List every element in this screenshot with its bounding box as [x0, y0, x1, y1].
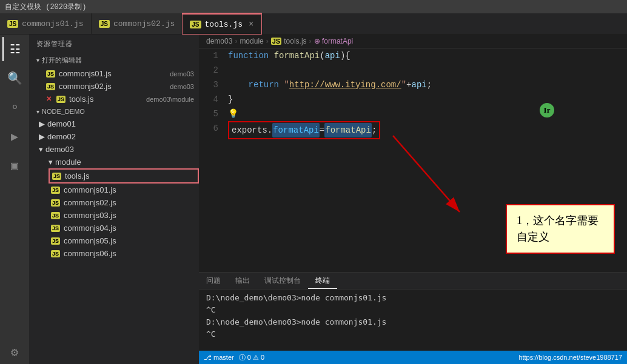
tab-commonjs01[interactable]: JS commonjs01.js: [0, 13, 92, 34]
file-commonjs02[interactable]: JS commonjs02.js: [39, 196, 199, 209]
tab-commonjs02-label: commonjs02.js: [113, 19, 175, 28]
file-name: commonjs01.js: [64, 185, 116, 194]
open-editor-commonjs01[interactable]: JS commonjs01.js demo03: [34, 67, 199, 80]
search-icon[interactable]: 🔍: [2, 66, 27, 90]
js-icon: JS: [190, 21, 201, 28]
terminal-line-2: ^C: [206, 304, 620, 316]
file-path: demo03: [170, 83, 194, 90]
tab-debug-console-label: 调试控制台: [264, 276, 301, 286]
js-icon: JS: [7, 20, 18, 28]
close-tab-icon[interactable]: ×: [249, 19, 253, 29]
status-bar: ⎇ master Ⓘ 0 ⚠ 0 https://blog.csdn.net/s…: [199, 351, 627, 364]
text-cursor-indicator: Ir: [540, 103, 554, 117]
file-commonjs06[interactable]: JS commonjs06.js: [39, 247, 199, 260]
chevron-down-icon: ▾: [49, 157, 53, 167]
code-line-2: [228, 63, 622, 78]
status-right: https://blog.csdn.net/steve1988717: [518, 354, 622, 361]
tab-output[interactable]: 输出: [228, 273, 257, 289]
tab-terminal-label: 终端: [315, 276, 330, 286]
git-icon[interactable]: ⚬: [2, 95, 27, 119]
folder-demo03[interactable]: ▾ demo03: [29, 143, 199, 156]
open-editors-label: 打开的编辑器: [42, 56, 82, 65]
tab-terminal[interactable]: 终端: [308, 273, 337, 289]
open-editor-toolsjs[interactable]: ✕ JS tools.js demo03\module: [34, 93, 199, 105]
folder-label: module: [55, 157, 81, 167]
chevron-down-icon: ▾: [39, 145, 43, 154]
file-toolsjs[interactable]: JS tools.js: [49, 168, 199, 184]
terminal-line-3: D:\node_demo\demo03>node commonjs01.js: [206, 316, 620, 328]
js-crumb-icon: JS: [271, 38, 281, 45]
close-icon[interactable]: ✕: [46, 95, 52, 103]
terminal-line-1: D:\node_demo\demo03>node commonjs01.js: [206, 292, 620, 304]
bottom-panel: 问题 输出 调试控制台 终端 D:\node_demo\demo03>node …: [199, 272, 627, 351]
code-line-1: function formatApi(api){: [228, 48, 622, 63]
file-name: tools.js: [65, 171, 89, 180]
errors-warnings: Ⓘ 0 ⚠ 0: [239, 353, 264, 362]
file-commonjs05[interactable]: JS commonjs05.js: [39, 234, 199, 247]
node-demo-section[interactable]: ▾ NODE_DEMO: [29, 105, 199, 117]
breadcrumb-demo03: demo03: [206, 37, 232, 45]
file-name: commonjs02.js: [59, 82, 112, 91]
folder-module[interactable]: ▾ module: [39, 156, 199, 168]
tab-problems[interactable]: 问题: [199, 273, 228, 289]
debug-icon[interactable]: ▶: [2, 124, 27, 148]
breadcrumb: demo03 › module › JS tools.js › ⊕ format…: [199, 35, 627, 48]
title-text: 自定义模块 (2020录制): [5, 2, 86, 12]
title-bar: 自定义模块 (2020录制): [0, 0, 627, 13]
settings-icon[interactable]: ⚙: [2, 340, 27, 364]
js-icon: JS: [46, 83, 55, 90]
tab-toolsjs[interactable]: JS tools.js ×: [183, 13, 261, 34]
git-branch: ⎇ master: [204, 354, 234, 362]
chevron-right-icon: ▶: [39, 132, 45, 141]
annotation-line1: 1，这个名字需要: [517, 213, 604, 229]
folder-label: demo01: [47, 119, 76, 128]
code-line-5: 💡: [228, 107, 622, 121]
tab-commonjs01-label: commonjs01.js: [22, 19, 83, 28]
js-icon: JS: [51, 237, 60, 245]
status-left: ⎇ master Ⓘ 0 ⚠ 0: [204, 353, 264, 362]
file-name: commonjs01.js: [59, 69, 112, 78]
file-name: commonjs03.js: [64, 211, 116, 220]
file-name: commonjs04.js: [64, 223, 116, 233]
open-editors-list: JS commonjs01.js demo03 JS commonjs02.js…: [29, 67, 199, 105]
explorer-icon[interactable]: ☷: [2, 37, 27, 61]
arrow-icon: ▾: [36, 57, 39, 64]
node-demo-label: NODE_DEMO: [42, 108, 85, 115]
file-commonjs04[interactable]: JS commonjs04.js: [39, 222, 199, 234]
file-commonjs01[interactable]: JS commonjs01.js: [39, 184, 199, 196]
js-icon: JS: [51, 187, 60, 194]
code-editor[interactable]: 1 2 3 4 5 6 function formatApi(api){ ret…: [199, 48, 627, 272]
code-line-3: return "http://www.itying.com/"+api;: [228, 78, 622, 92]
js-icon: JS: [99, 20, 110, 28]
js-icon: JS: [51, 250, 60, 257]
panel-tabs: 问题 输出 调试控制台 终端: [199, 273, 627, 290]
file-commonjs03[interactable]: JS commonjs03.js: [39, 209, 199, 222]
js-icon: JS: [46, 70, 55, 78]
tab-bar: JS commonjs01.js JS commonjs02.js JS too…: [0, 13, 627, 35]
breadcrumb-toolsjs: tools.js: [284, 37, 306, 45]
tab-commonjs02[interactable]: JS commonjs02.js: [92, 13, 183, 34]
folder-demo02[interactable]: ▶ demo02: [29, 130, 199, 143]
sep-icon: ›: [309, 37, 312, 45]
js-icon: JS: [56, 96, 65, 103]
cursor-label: Ir: [544, 105, 551, 115]
tab-output-label: 输出: [235, 276, 250, 286]
file-name: commonjs06.js: [64, 249, 116, 258]
folder-label: demo03: [45, 145, 74, 154]
js-icon: JS: [51, 225, 60, 232]
extensions-icon[interactable]: ▣: [2, 153, 27, 177]
line-numbers: 1 2 3 4 5 6: [199, 48, 223, 272]
sidebar: 资源管理器 ▾ 打开的编辑器 JS commonjs01.js demo03 J…: [29, 35, 199, 364]
js-icon: JS: [52, 173, 61, 180]
open-editors-section[interactable]: ▾ 打开的编辑器: [29, 53, 199, 67]
file-name: commonjs02.js: [64, 198, 116, 207]
chevron-right-icon: ▶: [39, 119, 45, 128]
code-line-4: }: [228, 92, 622, 107]
open-editor-commonjs02[interactable]: JS commonjs02.js demo03: [34, 80, 199, 93]
icon-bar: ☷ 🔍 ⚬ ▶ ▣ ⚙: [0, 35, 29, 364]
folder-demo01[interactable]: ▶ demo01: [29, 117, 199, 130]
terminal-content[interactable]: D:\node_demo\demo03>node commonjs01.js ^…: [199, 290, 627, 343]
tab-toolsjs-label: tools.js: [205, 20, 243, 29]
tab-debug-console[interactable]: 调试控制台: [257, 273, 308, 289]
js-icon: JS: [51, 199, 60, 207]
